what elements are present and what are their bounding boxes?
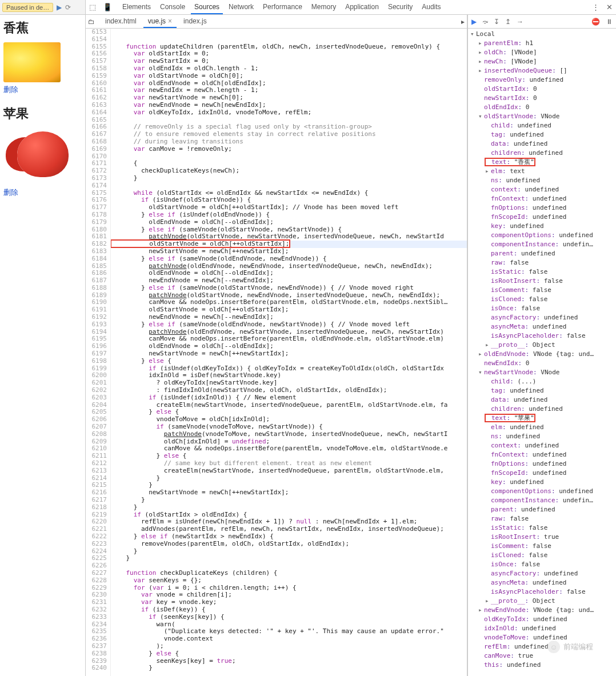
scope-prop-isAsyncPlaceholder[interactable]: isAsyncPlaceholder: false — [470, 331, 614, 341]
kebab-menu-icon[interactable]: ⋮ — [592, 3, 599, 11]
scope-prop-oldEndVnode[interactable]: ▸oldEndVnode: VNode {tag: und… — [470, 350, 614, 359]
scope-prop-isStatic[interactable]: isStatic: false — [470, 523, 614, 533]
dbg-step-over-icon[interactable]: ⤼ — [482, 18, 488, 26]
scope-prop-context[interactable]: context: undefined — [470, 185, 614, 194]
devtools-panel: ⬚ 📱 ElementsConsoleSourcesNetworkPerform… — [86, 0, 616, 676]
scope-prop-__proto__[interactable]: ▸__proto__: Object — [470, 597, 614, 606]
scope-prop-elm[interactable]: elm: undefined — [470, 423, 614, 432]
scope-prop-fnContext[interactable]: fnContext: undefined — [470, 450, 614, 459]
scope-prop-this[interactable]: this: undefined — [470, 661, 614, 670]
scope-prop-__proto__[interactable]: ▸__proto__: Object — [470, 341, 614, 350]
scope-prop-elm[interactable]: ▸elm: text — [470, 167, 614, 176]
scope-prop-oldKeyToIdx[interactable]: oldKeyToIdx: undefined — [470, 615, 614, 624]
scope-prop-data[interactable]: data: undefined — [470, 395, 614, 405]
delete-link-1[interactable]: 删除 — [3, 85, 82, 95]
scope-variables[interactable]: ▾Local▸parentElm: h1▸oldCh: [VNode]▸newC… — [468, 29, 616, 676]
scope-prop-fnOptions[interactable]: fnOptions: undefined — [470, 203, 614, 213]
scope-prop-parent[interactable]: parent: undefined — [470, 505, 614, 514]
scope-prop-idxInOld[interactable]: idxInOld: undefined — [470, 624, 614, 633]
scope-prop-oldStartIdx[interactable]: oldStartIdx: 0 — [470, 85, 614, 94]
scope-prop-newEndIdx[interactable]: newEndIdx: 0 — [470, 359, 614, 368]
step-over-mini-icon[interactable]: ⟳ — [65, 3, 71, 11]
scope-prop-key[interactable]: key: undefined — [470, 222, 614, 231]
close-devtools-icon[interactable]: ✕ — [606, 3, 613, 11]
scope-prop-isCloned[interactable]: isCloned: false — [470, 551, 614, 560]
tab-performance[interactable]: Performance — [259, 1, 306, 14]
scope-prop-componentOptions[interactable]: componentOptions: undefined — [470, 487, 614, 496]
close-file-tab-icon[interactable]: × — [168, 17, 172, 25]
scope-prop-isRootInsert[interactable]: isRootInsert: false — [470, 277, 614, 286]
scope-prop-oldEndIdx[interactable]: oldEndIdx: 0 — [470, 103, 614, 112]
more-tabs-icon[interactable]: ▸ — [461, 18, 465, 26]
scope-prop-oldStartVnode[interactable]: ▾oldStartVnode: VNode — [470, 112, 614, 121]
tab-security[interactable]: Security — [385, 1, 416, 14]
tab-sources[interactable]: Sources — [191, 1, 223, 14]
scope-prop-componentOptions[interactable]: componentOptions: undefined — [470, 231, 614, 240]
scope-prop-ns[interactable]: ns: undefined — [470, 176, 614, 185]
scope-prop-isOnce[interactable]: isOnce: false — [470, 304, 614, 313]
scope-prop-fnScopeId[interactable]: fnScopeId: undefined — [470, 469, 614, 478]
scope-prop-key[interactable]: key: undefined — [470, 478, 614, 487]
navigator-toggle-icon[interactable]: 🗀 — [88, 18, 95, 26]
scope-prop-tag[interactable]: tag: undefined — [470, 130, 614, 139]
tab-memory[interactable]: Memory — [308, 1, 339, 14]
scope-prop-fnOptions[interactable]: fnOptions: undefined — [470, 459, 614, 469]
dbg-step-out-icon[interactable]: ↥ — [505, 18, 511, 26]
dbg-deactivate-bp-icon[interactable]: ⛔ — [591, 18, 600, 26]
scope-prop-text[interactable]: text: "香蕉" — [470, 158, 614, 167]
scope-prop-isAsyncPlaceholder[interactable]: isAsyncPlaceholder: false — [470, 587, 614, 597]
scope-prop-parent[interactable]: parent: undefined — [470, 249, 614, 258]
dbg-resume-icon[interactable]: ▶ — [471, 18, 477, 26]
tab-audits[interactable]: Audits — [418, 1, 444, 14]
resume-icon[interactable]: ▶ — [57, 3, 62, 11]
code-body[interactable]: function updateChildren (parentElm, oldC… — [111, 29, 467, 676]
toggle-device-icon[interactable]: 📱 — [103, 3, 112, 11]
dbg-step-icon[interactable]: → — [517, 18, 523, 26]
scope-prop-raw[interactable]: raw: false — [470, 258, 614, 267]
scope-prop-parentElm[interactable]: ▸parentElm: h1 — [470, 39, 614, 48]
scope-prop-fnContext[interactable]: fnContext: undefined — [470, 194, 614, 203]
scope-prop-isComment[interactable]: isComment: false — [470, 542, 614, 551]
scope-prop-data[interactable]: data: undefined — [470, 139, 614, 149]
dbg-step-into-icon[interactable]: ↧ — [494, 18, 499, 26]
scope-prop-children[interactable]: children: undefined — [470, 149, 614, 158]
scope-prop-removeOnly[interactable]: removeOnly: undefined — [470, 75, 614, 85]
scope-prop-isRootInsert[interactable]: isRootInsert: true — [470, 533, 614, 542]
scope-prop-text[interactable]: text: "苹果" — [470, 414, 614, 423]
code-editor[interactable]: 6153615461556156615761586159616061616162… — [86, 29, 467, 676]
tab-network[interactable]: Network — [225, 1, 257, 14]
scope-prop-raw[interactable]: raw: false — [470, 514, 614, 523]
scope-prop-isOnce[interactable]: isOnce: false — [470, 560, 614, 569]
tab-elements[interactable]: Elements — [119, 1, 154, 14]
scope-prop-context[interactable]: context: undefined — [470, 441, 614, 450]
scope-prop-isComment[interactable]: isComment: false — [470, 286, 614, 295]
scope-prop-isCloned[interactable]: isCloned: false — [470, 295, 614, 304]
scope-prop-child[interactable]: child: undefined — [470, 121, 614, 130]
scope-prop-componentInstance[interactable]: componentInstance: undefin… — [470, 240, 614, 249]
scope-prop-oldCh[interactable]: ▸oldCh: [VNode] — [470, 48, 614, 57]
scope-prop-asyncMeta[interactable]: asyncMeta: undefined — [470, 578, 614, 587]
scope-prop-tag[interactable]: tag: undefined — [470, 386, 614, 395]
scope-prop-asyncFactory[interactable]: asyncFactory: undefined — [470, 569, 614, 578]
tab-application[interactable]: Application — [342, 1, 382, 14]
file-tab-index-js[interactable]: index.js — [179, 15, 211, 28]
scope-prop-ns[interactable]: ns: undefined — [470, 432, 614, 441]
scope-prop-isStatic[interactable]: isStatic: false — [470, 267, 614, 277]
scope-prop-children[interactable]: children: undefined — [470, 405, 614, 414]
scope-prop-asyncFactory[interactable]: asyncFactory: undefined — [470, 313, 614, 322]
scope-prop-insertedVnodeQueue[interactable]: ▸insertedVnodeQueue: [] — [470, 66, 614, 75]
scope-prop-newCh[interactable]: ▸newCh: [VNode] — [470, 57, 614, 66]
scope-prop-newStartIdx[interactable]: newStartIdx: 0 — [470, 94, 614, 103]
file-tab-vue-js[interactable]: vue.js× — [143, 15, 177, 28]
inspect-element-icon[interactable]: ⬚ — [89, 3, 96, 11]
scope-prop-fnScopeId[interactable]: fnScopeId: undefined — [470, 213, 614, 222]
scope-prop-componentInstance[interactable]: componentInstance: undefin… — [470, 496, 614, 505]
delete-link-2[interactable]: 删除 — [3, 187, 82, 198]
scope-prop-asyncMeta[interactable]: asyncMeta: undefined — [470, 322, 614, 331]
file-tab-index-html[interactable]: index.html — [101, 15, 141, 28]
scope-prop-newStartVnode[interactable]: ▾newStartVnode: VNode — [470, 368, 614, 377]
scope-prop-newEndVnode[interactable]: ▸newEndVnode: VNode {tag: und… — [470, 606, 614, 615]
scope-prop-child[interactable]: child: (...) — [470, 377, 614, 386]
dbg-pause-exceptions-icon[interactable]: ⏸ — [606, 18, 613, 26]
tab-console[interactable]: Console — [157, 1, 189, 14]
